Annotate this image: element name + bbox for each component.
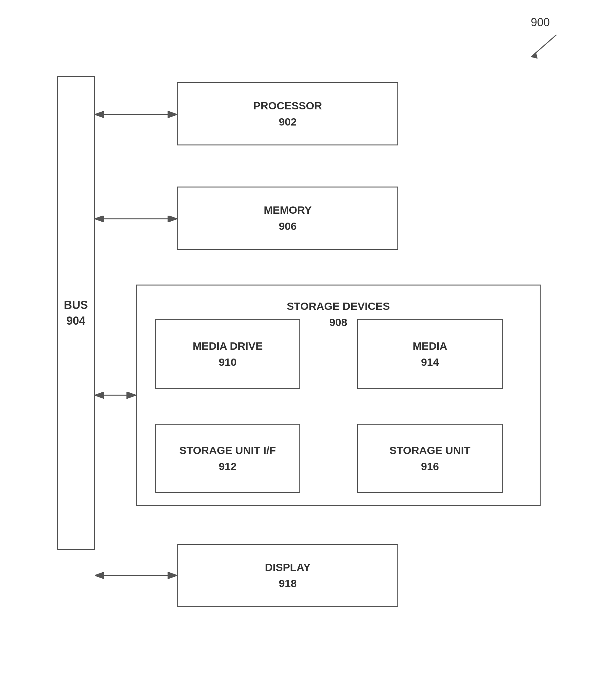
processor-label: PROCESSOR 902 bbox=[253, 98, 322, 130]
bus-label: BUS 904 bbox=[64, 297, 88, 329]
display-box: DISPLAY 918 bbox=[177, 544, 398, 607]
storage-if-box: STORAGE UNIT I/F 912 bbox=[155, 424, 300, 493]
storage-if-label: STORAGE UNIT I/F 912 bbox=[179, 442, 276, 475]
display-label: DISPLAY 918 bbox=[265, 559, 311, 592]
media-drive-box: MEDIA DRIVE 910 bbox=[155, 319, 300, 389]
svg-marker-3 bbox=[531, 52, 537, 59]
ref-900-label: 900 bbox=[531, 16, 550, 29]
bus-box: BUS 904 bbox=[57, 76, 95, 550]
memory-box: MEMORY 906 bbox=[177, 186, 398, 250]
processor-box: PROCESSOR 902 bbox=[177, 82, 398, 145]
storage-unit-label: STORAGE UNIT 916 bbox=[390, 442, 470, 475]
memory-label: MEMORY 906 bbox=[264, 202, 312, 234]
storage-unit-box: STORAGE UNIT 916 bbox=[357, 424, 503, 493]
diagram-container: 900 BUS 904 PROCESSOR 902 MEMORY 906 STO… bbox=[0, 0, 613, 700]
media-label: MEDIA 914 bbox=[413, 338, 447, 370]
media-drive-label: MEDIA DRIVE 910 bbox=[193, 338, 263, 370]
media-box: MEDIA 914 bbox=[357, 319, 503, 389]
